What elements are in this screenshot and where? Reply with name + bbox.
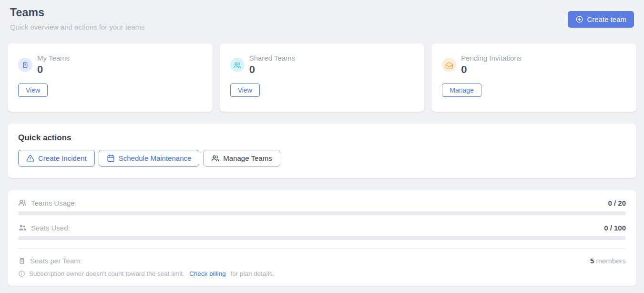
teams-usage-value: 0 / 20 (608, 199, 626, 207)
view-my-teams-button[interactable]: View (18, 84, 48, 97)
schedule-maintenance-button[interactable]: Schedule Maintenance (99, 150, 200, 167)
seats-used-label: Seats Used: (31, 224, 70, 232)
id-badge-icon (18, 58, 32, 72)
note-text: Subscription owner doesn't count toward … (29, 270, 184, 277)
seats-used-progressbar (18, 236, 626, 240)
usage-divider (18, 248, 626, 249)
page-title: Teams (10, 6, 145, 19)
schedule-maintenance-label: Schedule Maintenance (119, 154, 192, 162)
calendar-icon (107, 154, 115, 162)
users-icon (230, 58, 245, 72)
users-filled-icon (18, 223, 27, 232)
stat-card-shared-teams: Shared Teams 0 View (220, 43, 425, 112)
info-icon (18, 270, 25, 277)
stat-value: 0 (249, 63, 295, 76)
quick-actions-card: Quick actions Create Incident (8, 124, 636, 178)
plus-circle-icon (575, 15, 583, 23)
stat-label: My Teams (37, 54, 70, 62)
stat-card-pending-invitations: Pending Invitations 0 Manage (431, 43, 636, 112)
users-icon (211, 154, 219, 162)
seats-per-team-value: 5 (590, 257, 594, 265)
teams-usage-progressbar (18, 211, 626, 215)
page-header: Teams Quick overview and actions for you… (8, 0, 636, 31)
seats-per-team-label: Seats per Team: (30, 257, 82, 265)
page-subtitle: Quick overview and actions for your team… (10, 23, 145, 31)
view-shared-teams-button[interactable]: View (230, 84, 260, 97)
usage-card: Teams Usage: 0 / 20 Seats Used: 0 / 100 (8, 190, 636, 286)
mail-open-icon (442, 58, 456, 72)
seats-per-team-row: Seats per Team: 5 members (18, 257, 626, 265)
seats-per-team-unit: members (596, 257, 626, 265)
users-outline-icon (18, 199, 27, 207)
seats-used-row: Seats Used: 0 / 100 (18, 223, 626, 232)
stat-label: Pending Invitations (461, 54, 521, 62)
manage-teams-label: Manage Teams (223, 154, 272, 162)
teams-usage-label: Teams Usage: (31, 199, 77, 207)
id-badge-icon (18, 257, 26, 265)
stat-label: Shared Teams (249, 54, 295, 62)
note-suffix: for plan details. (231, 270, 275, 277)
create-incident-label: Create Incident (38, 154, 87, 162)
quick-actions-title: Quick actions (18, 133, 626, 143)
seats-used-value: 0 / 100 (604, 224, 626, 232)
teams-usage-row: Teams Usage: 0 / 20 (18, 199, 626, 207)
stat-cards-row: My Teams 0 View Shared Teams (8, 43, 636, 112)
stat-value: 0 (461, 63, 521, 76)
header-text: Teams Quick overview and actions for you… (10, 6, 145, 31)
check-billing-link[interactable]: Check billing (189, 270, 226, 277)
stat-value: 0 (37, 63, 70, 76)
stat-card-my-teams: My Teams 0 View (8, 43, 213, 112)
teams-page: Teams Quick overview and actions for you… (0, 0, 644, 286)
manage-teams-button[interactable]: Manage Teams (203, 150, 280, 167)
alert-triangle-icon (26, 154, 34, 162)
create-team-label: Create team (587, 15, 626, 23)
create-incident-button[interactable]: Create Incident (18, 150, 95, 167)
create-team-button[interactable]: Create team (568, 11, 634, 28)
seat-limit-note: Subscription owner doesn't count toward … (18, 270, 274, 277)
manage-invitations-button[interactable]: Manage (442, 84, 481, 97)
